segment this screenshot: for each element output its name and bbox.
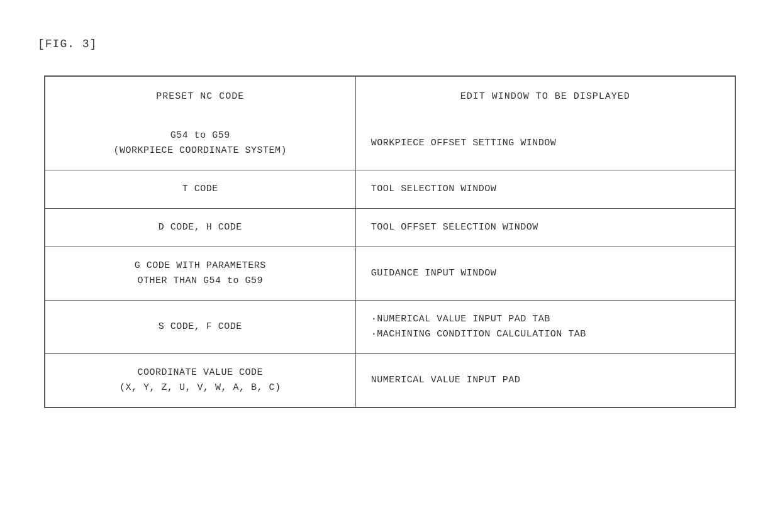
table-cell-preset-code-5: COORDINATE VALUE CODE(X, Y, Z, U, V, W, … — [45, 354, 355, 407]
table-cell-preset-code-0: G54 to G59(WORKPIECE COORDINATE SYSTEM) — [45, 117, 355, 170]
main-table: PRESET NC CODE EDIT WINDOW TO BE DISPLAY… — [45, 77, 735, 407]
table-cell-edit-window-1: TOOL SELECTION WINDOW — [355, 170, 735, 209]
header-col2: EDIT WINDOW TO BE DISPLAYED — [355, 77, 735, 117]
table-row: T CODETOOL SELECTION WINDOW — [45, 170, 735, 209]
page-container: [FIG. 3] PRESET NC CODE EDIT WINDOW TO B… — [0, 0, 780, 532]
table-cell-edit-window-0: WORKPIECE OFFSET SETTING WINDOW — [355, 117, 735, 170]
header-col1: PRESET NC CODE — [45, 77, 355, 117]
table-body: G54 to G59(WORKPIECE COORDINATE SYSTEM)W… — [45, 117, 735, 407]
table-cell-preset-code-2: D CODE, H CODE — [45, 209, 355, 247]
table-row: S CODE, F CODE·NUMERICAL VALUE INPUT PAD… — [45, 301, 735, 354]
table-cell-preset-code-4: S CODE, F CODE — [45, 301, 355, 354]
table-row: COORDINATE VALUE CODE(X, Y, Z, U, V, W, … — [45, 354, 735, 407]
table-row: G CODE WITH PARAMETERSOTHER THAN G54 to … — [45, 247, 735, 301]
table-cell-edit-window-3: GUIDANCE INPUT WINDOW — [355, 247, 735, 301]
table-row: D CODE, H CODETOOL OFFSET SELECTION WIND… — [45, 209, 735, 247]
table-cell-edit-window-5: NUMERICAL VALUE INPUT PAD — [355, 354, 735, 407]
table-cell-edit-window-2: TOOL OFFSET SELECTION WINDOW — [355, 209, 735, 247]
table-cell-preset-code-3: G CODE WITH PARAMETERSOTHER THAN G54 to … — [45, 247, 355, 301]
table-cell-edit-window-4: ·NUMERICAL VALUE INPUT PAD TAB·MACHINING… — [355, 301, 735, 354]
table-cell-preset-code-1: T CODE — [45, 170, 355, 209]
table-wrapper: PRESET NC CODE EDIT WINDOW TO BE DISPLAY… — [44, 75, 736, 408]
figure-label: [FIG. 3] — [38, 38, 742, 50]
table-row: G54 to G59(WORKPIECE COORDINATE SYSTEM)W… — [45, 117, 735, 170]
table-header-row: PRESET NC CODE EDIT WINDOW TO BE DISPLAY… — [45, 77, 735, 117]
